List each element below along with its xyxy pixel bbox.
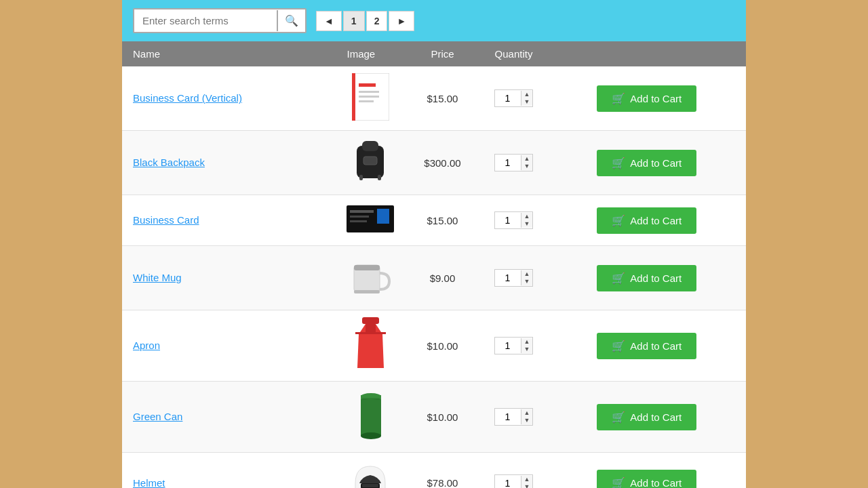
product-quantity-cell: ▲ ▼ [479,66,547,131]
quantity-down[interactable]: ▼ [521,483,533,489]
col-action [547,41,746,66]
pagination-next[interactable]: ► [389,11,414,31]
svg-rect-22 [361,396,381,436]
cart-icon: 🛒 [612,157,625,169]
table-row: Business Card (Vertical) $15.00 ▲ ▼ [122,66,746,131]
product-quantity-cell: ▲ ▼ [479,246,547,310]
product-image-cell [336,66,405,131]
svg-rect-4 [359,96,379,98]
add-to-cart-button[interactable]: 🛒 Add to Cart [597,85,696,112]
quantity-arrows: ▲ ▼ [521,270,533,285]
product-price: $78.00 [427,477,458,488]
svg-rect-10 [378,175,381,180]
quantity-wrapper: ▲ ▼ [494,337,534,354]
svg-rect-15 [377,209,389,224]
search-button[interactable]: 🔍 [277,10,305,31]
search-wrapper: 🔍 [133,8,307,33]
quantity-up[interactable]: ▲ [521,213,533,220]
svg-rect-21 [355,332,386,334]
quantity-wrapper: ▲ ▼ [494,474,534,489]
quantity-down[interactable]: ▼ [521,163,533,170]
table-row: Green Can $10.00 ▲ ▼ [122,382,746,453]
svg-rect-13 [350,216,369,218]
quantity-down[interactable]: ▼ [521,417,533,424]
add-to-cart-label: Add to Cart [630,272,682,284]
product-name-link[interactable]: Black Backpack [133,157,205,168]
quantity-arrows: ▲ ▼ [521,213,533,228]
search-icon: 🔍 [285,15,298,26]
add-to-cart-button[interactable]: 🛒 Add to Cart [597,150,696,176]
col-price: Price [405,41,479,66]
add-to-cart-button[interactable]: 🛒 Add to Cart [597,333,696,359]
product-price-cell: $9.00 [405,246,479,310]
svg-rect-19 [362,317,379,324]
product-image [352,111,389,123]
svg-rect-14 [350,220,367,222]
product-name-link[interactable]: Green Can [133,411,182,422]
product-price-cell: $10.00 [405,310,479,382]
add-to-cart-button[interactable]: 🛒 Add to Cart [597,265,696,291]
product-image-cell [336,131,405,195]
quantity-arrows: ▲ ▼ [521,91,533,106]
quantity-input[interactable] [495,90,521,106]
col-name: Name [122,41,336,66]
quantity-down[interactable]: ▼ [521,346,533,353]
quantity-up[interactable]: ▲ [521,338,533,346]
quantity-input[interactable] [495,475,521,489]
add-to-cart-button[interactable]: 🛒 Add to Cart [597,207,696,234]
product-price: $300.00 [424,157,460,169]
svg-rect-12 [350,210,374,213]
quantity-up[interactable]: ▲ [521,409,533,417]
quantity-input[interactable] [495,212,521,228]
product-price-cell: $15.00 [405,66,479,131]
product-image [355,433,386,445]
svg-point-24 [361,432,381,439]
col-image: Image [336,41,405,66]
product-name-link[interactable]: Business Card [133,214,199,226]
product-price: $10.00 [427,340,458,352]
product-name-link[interactable]: Helmet [133,477,165,489]
product-name-link[interactable]: Apron [133,340,160,351]
pagination-page-1[interactable]: 1 [343,11,365,31]
product-image-cell [336,195,405,246]
add-to-cart-button[interactable]: 🛒 Add to Cart [597,470,696,488]
add-to-cart-label: Add to Cart [630,477,682,488]
svg-rect-28 [362,484,378,487]
pagination-prev[interactable]: ◄ [316,11,342,31]
quantity-up[interactable]: ▲ [521,91,533,98]
svg-rect-9 [359,175,363,180]
product-table: Name Image Price Quantity Business Card … [122,41,746,488]
quantity-down[interactable]: ▼ [521,278,533,285]
product-name-link[interactable]: White Mug [133,272,182,283]
quantity-wrapper: ▲ ▼ [494,154,534,171]
quantity-down[interactable]: ▼ [521,220,533,228]
quantity-up[interactable]: ▲ [521,476,533,483]
quantity-down[interactable]: ▼ [521,98,533,106]
quantity-up[interactable]: ▲ [521,270,533,278]
product-name-cell: Business Card (Vertical) [122,66,336,131]
svg-rect-3 [359,91,379,93]
add-to-cart-label: Add to Cart [630,215,682,226]
add-to-cart-cell: 🛒 Add to Cart [547,382,746,453]
quantity-input[interactable] [495,409,521,425]
product-price-cell: $15.00 [405,195,479,246]
product-quantity-cell: ▲ ▼ [479,195,547,246]
quantity-input[interactable] [495,155,521,171]
add-to-cart-cell: 🛒 Add to Cart [547,131,746,195]
cart-icon: 🛒 [612,340,625,352]
quantity-up[interactable]: ▲ [521,155,533,163]
quantity-arrows: ▲ ▼ [521,409,533,424]
cart-icon: 🛒 [612,411,625,424]
cart-icon: 🛒 [612,272,625,285]
product-name-link[interactable]: Business Card (Vertical) [133,92,242,104]
quantity-input[interactable] [495,338,521,354]
quantity-input[interactable] [495,270,521,286]
add-to-cart-cell: 🛒 Add to Cart [547,246,746,310]
svg-rect-18 [354,265,380,270]
product-image-cell [336,453,405,489]
pagination-page-2[interactable]: 2 [366,11,388,31]
svg-rect-2 [359,83,376,87]
add-to-cart-label: Add to Cart [630,157,682,169]
add-to-cart-button[interactable]: 🛒 Add to Cart [597,404,696,430]
search-input[interactable] [134,9,277,32]
